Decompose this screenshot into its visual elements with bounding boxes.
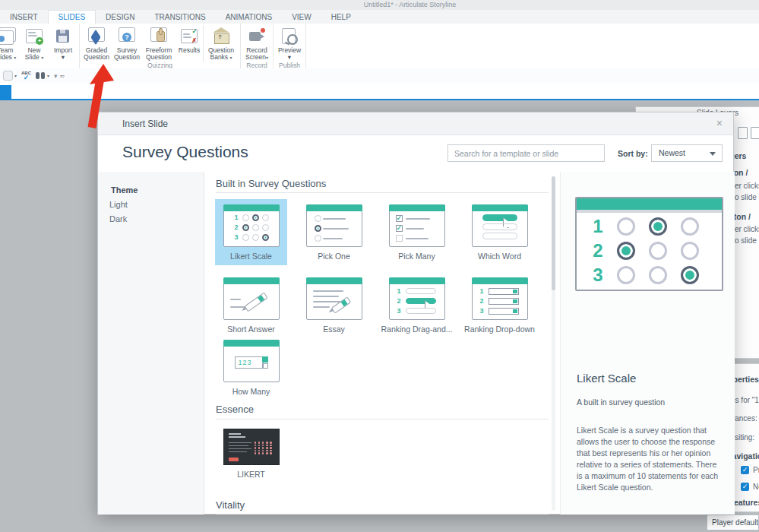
survey-question-icon: ?	[117, 27, 137, 46]
detail-description: Likert Scale is a survey question that a…	[577, 425, 721, 492]
insert-slide-dialog: Insert Slide × Survey Questions Sort by:…	[97, 112, 734, 515]
question-banks-button[interactable]: ? Question Banks ▾	[203, 25, 239, 62]
card-label: Which Word	[478, 252, 521, 261]
which-word-thumbnail	[472, 204, 528, 247]
ribbon: Team Slides ▾ + New Slide ▾ Import ▾ Sli…	[0, 24, 759, 69]
results-icon: ✓✗	[179, 27, 199, 46]
detail-subtitle: A built in survey question	[577, 397, 665, 407]
gallery-scrollbar[interactable]	[552, 176, 555, 511]
record-screen-button[interactable]: Record Screen▾	[242, 25, 271, 62]
tab-design[interactable]: DESIGN	[96, 10, 144, 24]
how-many-thumbnail: 123	[223, 340, 280, 382]
template-card-pick-many[interactable]: ✓ ✓ Pick Many	[381, 199, 453, 265]
template-card-likert-scale[interactable]: 1 2 3 Likert Scale	[215, 199, 287, 265]
dropdown-caret: ▾	[14, 55, 16, 60]
tab-insert[interactable]: INSERT	[0, 10, 48, 24]
likert-scale-thumbnail: 1 2 3	[223, 204, 280, 247]
import-icon	[53, 27, 73, 46]
dark-thumb-button	[229, 458, 239, 461]
team-slides-button[interactable]: Team Slides ▾	[0, 25, 20, 68]
essay-thumbnail	[306, 277, 362, 320]
template-card-ranking-dropdown[interactable]: 1 2 3 Ranking Drop-down	[463, 272, 536, 338]
tab-help[interactable]: HELP	[321, 10, 361, 24]
find-button[interactable]: ▾	[36, 72, 49, 79]
paste-trigger-icon[interactable]	[751, 127, 759, 139]
sort-by-label: Sort by:	[618, 149, 648, 158]
detail-title: Likert Scale	[577, 372, 636, 385]
player-features-value: Player defaults	[712, 518, 759, 527]
shape-tool-button[interactable]: ▾	[3, 71, 17, 81]
spell-check-button[interactable]: ABC✓	[21, 71, 31, 81]
ribbon-group-record: Record Screen▾ Record	[241, 24, 274, 68]
ribbon-group-slide: Team Slides ▾ + New Slide ▾ Import ▾ Sli…	[0, 24, 80, 68]
player-features-dropdown[interactable]: Player defaults	[707, 515, 759, 530]
sort-dropdown[interactable]: Newest	[651, 144, 723, 162]
template-card-pick-one[interactable]: Pick One	[298, 199, 370, 265]
spell-check-icon: ABC✓	[21, 71, 31, 81]
prev-checkbox-label: Prev	[753, 466, 759, 474]
template-card-likert-dark[interactable]: LIKERT	[215, 427, 287, 483]
card-label: Likert Scale	[230, 252, 272, 261]
number-entry-field: 123	[235, 356, 264, 369]
template-card-short-answer[interactable]: Short Answer	[215, 272, 287, 338]
ribbon-group-publish: Preview ▾ Publish	[274, 24, 306, 68]
ribbon-group-quizzing: Graded Question ? Survey Question Freefo…	[80, 24, 241, 68]
toolbar-options-button[interactable]: ▾ ≂	[54, 72, 65, 80]
dialog-title: Insert Slide	[122, 119, 168, 129]
search-input[interactable]	[447, 144, 605, 162]
window-title: Untitled1* - Articulate Storyline	[364, 1, 457, 8]
tab-animations[interactable]: ANIMATIONS	[216, 10, 282, 24]
binoculars-icon	[36, 72, 45, 79]
survey-question-button[interactable]: ? Survey Question	[112, 25, 142, 62]
tab-view[interactable]: VIEW	[282, 10, 321, 24]
card-label: Essay	[323, 325, 345, 334]
team-slides-icon	[0, 27, 15, 46]
template-card-which-word[interactable]: Which Word	[463, 199, 536, 265]
new-slide-button[interactable]: + New Slide ▾	[20, 25, 49, 68]
dropdown-caret: ▾	[266, 55, 268, 60]
active-view-tab[interactable]	[0, 85, 11, 99]
preview-button[interactable]: Preview ▾	[275, 25, 304, 62]
freeform-question-icon	[149, 27, 169, 46]
next-checkbox[interactable]: ✓	[741, 483, 749, 491]
card-label: LIKERT	[237, 470, 265, 479]
tab-transitions[interactable]: TRANSITIONS	[144, 10, 215, 24]
pick-many-thumbnail: ✓ ✓	[389, 204, 445, 247]
quick-access-toolbar: ▾ ABC✓ ▾ ▾ ≂	[0, 68, 759, 83]
section-heading-built-in: Built in Survey Questions	[216, 178, 326, 189]
short-answer-thumbnail	[223, 277, 280, 320]
shape-tool-icon	[3, 71, 13, 81]
card-label: Ranking Drag-and...	[381, 325, 453, 334]
results-button[interactable]: ✓✗ Results	[176, 25, 203, 62]
pick-one-thumbnail	[306, 204, 362, 247]
close-icon[interactable]: ×	[716, 117, 723, 129]
card-label: Ranking Drop-down	[464, 325, 535, 334]
ranking-drag-thumbnail: 1 2 3	[389, 277, 445, 320]
theme-sidebar: Theme Light Dark	[98, 172, 204, 515]
import-button[interactable]: Import ▾	[49, 25, 77, 68]
card-label: Pick Many	[398, 252, 435, 261]
template-gallery: Built in Survey Questions 1 2 3 Likert S…	[204, 172, 560, 515]
graded-question-button[interactable]: Graded Question	[81, 25, 112, 62]
chevron-down-icon	[710, 152, 716, 156]
sidebar-heading-theme: Theme	[111, 185, 138, 195]
record-screen-icon	[247, 27, 267, 46]
preview-icon	[280, 27, 299, 46]
question-banks-icon: ?	[211, 27, 231, 46]
dropdown-caret: ▾	[62, 54, 65, 61]
template-card-how-many[interactable]: 123 How Many	[215, 334, 287, 401]
sidebar-item-light[interactable]: Light	[109, 200, 128, 209]
copy-trigger-icon[interactable]	[738, 127, 748, 139]
card-label: Short Answer	[227, 325, 274, 334]
next-checkbox-label: Next	[753, 483, 759, 491]
template-card-essay[interactable]: Essay	[298, 272, 370, 338]
template-detail-panel: 1 2 3 Likert Scale A built in survey que…	[560, 172, 735, 515]
window-titlebar: Untitled1* - Articulate Storyline	[0, 0, 759, 10]
tab-slides[interactable]: SLIDES	[48, 10, 96, 24]
dropdown-caret: ▾	[41, 55, 43, 60]
freeform-question-button[interactable]: Freeform Question	[142, 25, 176, 62]
prev-checkbox[interactable]: ✓	[741, 466, 749, 474]
sidebar-item-dark[interactable]: Dark	[109, 214, 127, 223]
dialog-header[interactable]: Insert Slide ×	[98, 112, 733, 135]
template-card-ranking-drag[interactable]: 1 2 3 Ranking Drag-and...	[381, 272, 453, 338]
